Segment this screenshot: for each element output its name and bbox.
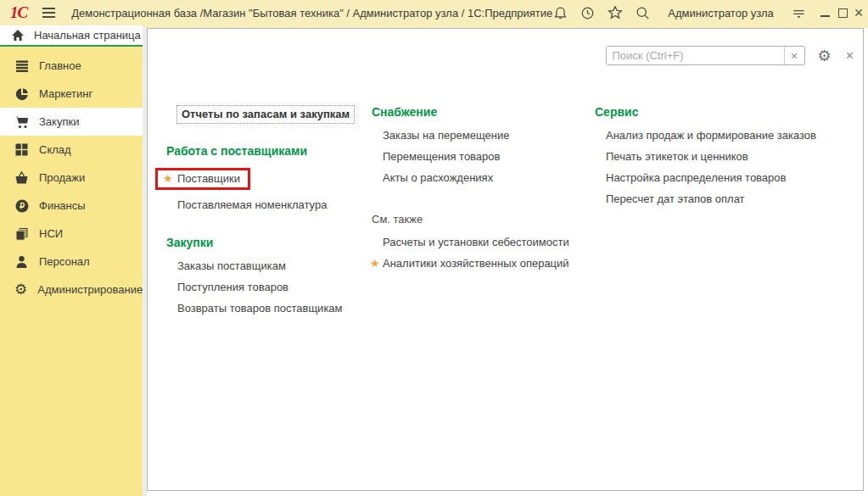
favorites-star-icon[interactable]: [607, 4, 624, 21]
svg-text:₽: ₽: [19, 201, 24, 210]
section-title-supply: Снабжение: [372, 105, 595, 119]
content-column-1: Отчеты по запасам и закупкамРабота с пос…: [166, 105, 372, 319]
close-window-button[interactable]: ×: [854, 3, 864, 22]
stack-icon: [14, 226, 29, 241]
section-title-service: Сервис: [595, 105, 853, 119]
ruble-circle-icon: ₽: [14, 198, 29, 213]
search-box: ×: [606, 46, 805, 65]
favorite-star-icon: ★: [370, 257, 384, 270]
section-see-also: См. такжеРасчеты и установки себестоимос…: [372, 213, 595, 274]
menu-link-label: Настройка распределения товаров: [606, 171, 786, 184]
search-icon[interactable]: [635, 4, 651, 21]
section-service: СервисАнализ продаж и формирование заказ…: [595, 105, 853, 209]
sidebar-item-warehouse[interactable]: Склад: [0, 136, 143, 164]
sidebar-item-label: Закупки: [39, 115, 79, 128]
search-clear-icon[interactable]: ×: [784, 47, 804, 64]
sidebar-item-label: Маркетинг: [39, 87, 92, 100]
sidebar-item-main[interactable]: Главное: [0, 52, 143, 80]
menu-link[interactable]: ★Поставщики: [155, 164, 372, 194]
menu-link-label: Пересчет дат этапов оплат: [606, 192, 745, 205]
sidebar-item-label: Склад: [39, 143, 71, 156]
panel-settings-gear-icon[interactable]: ⚙: [818, 48, 832, 64]
menu-link[interactable]: Поставляемая номенклатура: [166, 194, 372, 215]
section-title-see-also: См. также: [372, 213, 595, 226]
1c-logo: 1С: [10, 3, 27, 22]
menu-link[interactable]: Заказы поставщикам: [166, 255, 372, 276]
person-icon: [14, 254, 29, 269]
sidebar-item-label: Финансы: [39, 199, 86, 212]
menu-link-label: Аналитики хозяйственных операций: [383, 257, 569, 270]
sidebar-item-finance[interactable]: ₽Финансы: [0, 192, 143, 220]
menu-link[interactable]: Анализ продаж и формирование заказов: [595, 125, 853, 146]
menu-link[interactable]: Печать этикеток и ценников: [595, 146, 853, 167]
main-menu-icon[interactable]: [42, 8, 55, 18]
menu-link-label: Поступления товаров: [177, 281, 288, 293]
content-column-2: СнабжениеЗаказы на перемещениеПеремещени…: [372, 105, 595, 319]
sidebar-nav: ГлавноеМаркетингЗакупкиСкладПродажи₽Фина…: [0, 47, 143, 304]
window-title: Демонстрационная база /Магазин "Бытовая …: [71, 7, 552, 20]
sidebar-item-label: Администрирование: [37, 283, 143, 296]
section-purchases: ЗакупкиЗаказы поставщикамПоступления тов…: [166, 236, 372, 319]
sidebar-item-label: НСИ: [39, 227, 63, 240]
menu-link[interactable]: Настройка распределения товаров: [595, 167, 853, 188]
app-window: 1С Демонстрационная база /Магазин "Бытов…: [0, 0, 868, 496]
section-supply: СнабжениеЗаказы на перемещениеПеремещени…: [372, 105, 595, 188]
sidebar-item-administration[interactable]: ⚙Администрирование: [0, 276, 143, 304]
notifications-bell-icon[interactable]: [552, 4, 568, 21]
menu-link-label: Поставщики: [177, 172, 240, 185]
sidebar-item-marketing[interactable]: Маркетинг: [0, 80, 143, 108]
menu-link-label: Акты о расхождениях: [383, 171, 493, 184]
menu-link[interactable]: Перемещения товаров: [372, 146, 595, 167]
menu-link-label: Перемещения товаров: [383, 150, 500, 163]
menu-link[interactable]: ★Аналитики хозяйственных операций: [372, 253, 595, 274]
gear-icon: ⚙: [14, 282, 27, 297]
menu-link[interactable]: Поступления товаров: [166, 276, 372, 298]
menu-link-label: Поставляемая номенклатура: [177, 198, 327, 211]
menu-link-label: Анализ продаж и формирование заказов: [606, 129, 816, 142]
content-column-3: СервисАнализ продаж и формирование заказ…: [595, 105, 853, 319]
sidebar-item-purchases[interactable]: Закупки: [0, 108, 143, 136]
link-reports[interactable]: Отчеты по запасам и закупкам: [176, 105, 355, 124]
highlight-box: ★Поставщики: [155, 168, 250, 190]
main-area: × ⚙ × Отчеты по запасам и закупкамРабота…: [143, 25, 868, 496]
pie-chart-icon: [14, 86, 29, 101]
grid-icon: [14, 142, 29, 157]
panel-toolbar: × ⚙ ×: [606, 46, 854, 65]
menu-link[interactable]: Заказы на перемещение: [372, 125, 595, 146]
service-menu-icon[interactable]: [791, 4, 807, 21]
section-suppliers-work: Работа с поставщиками★ПоставщикиПоставля…: [166, 144, 372, 215]
menu-link[interactable]: Расчеты и установки себестоимости: [372, 231, 595, 253]
menu-link-label: Возвраты товаров поставщикам: [177, 302, 343, 315]
sidebar-item-label: Персонал: [39, 255, 90, 268]
content-columns: Отчеты по запасам и закупкамРабота с пос…: [166, 105, 853, 319]
sidebar-item-sales[interactable]: Продажи: [0, 164, 143, 192]
menu-link-label: Заказы на перемещение: [383, 129, 509, 142]
sidebar-item-label: Продажи: [39, 171, 85, 184]
cart-icon: [14, 114, 29, 129]
sidebar: Начальная страница ГлавноеМаркетингЗакуп…: [0, 25, 143, 496]
titlebar: 1С Демонстрационная база /Магазин "Бытов…: [0, 0, 868, 25]
maximize-button[interactable]: [838, 3, 848, 22]
menu-link[interactable]: Акты о расхождениях: [372, 167, 595, 188]
menu-link[interactable]: Возвраты товаров поставщикам: [166, 298, 372, 319]
menu-link[interactable]: Пересчет дат этапов оплат: [595, 188, 853, 209]
panel-close-icon[interactable]: ×: [846, 48, 854, 64]
menu-lines-icon: [14, 59, 29, 73]
history-icon[interactable]: [580, 4, 596, 21]
favorite-star-icon: ★: [163, 172, 176, 185]
menu-link-label: Печать этикеток и ценников: [606, 150, 748, 163]
section-title-suppliers-work: Работа с поставщиками: [166, 144, 372, 158]
function-panel: × ⚙ × Отчеты по запасам и закупкамРабота…: [147, 28, 864, 491]
sidebar-item-label: Главное: [39, 59, 81, 72]
section-title-purchases: Закупки: [166, 236, 372, 249]
home-page-tab[interactable]: Начальная страница: [0, 25, 143, 47]
home-page-tab-label: Начальная страница: [34, 29, 141, 42]
sidebar-item-nsi[interactable]: НСИ: [0, 220, 143, 248]
menu-link-label: Расчеты и установки себестоимости: [383, 236, 569, 248]
search-input[interactable]: [607, 47, 784, 64]
current-user-label: Администратор узла: [668, 7, 774, 20]
home-icon: [11, 29, 25, 42]
sidebar-item-personnel[interactable]: Персонал: [0, 248, 143, 276]
menu-link-label: Заказы поставщикам: [177, 259, 286, 272]
minimize-button[interactable]: [820, 3, 830, 22]
